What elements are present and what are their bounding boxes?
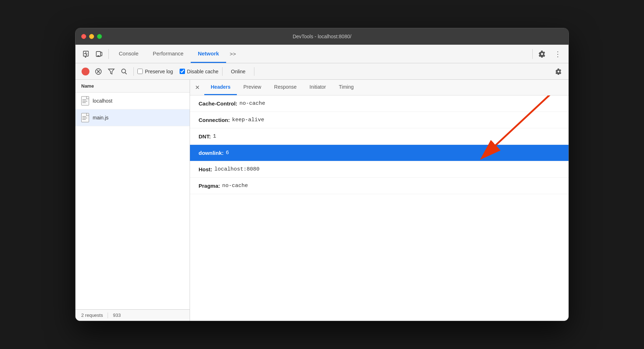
window-title: DevTools - localhost:8080/ [293,34,351,39]
net-divider-3 [254,67,254,76]
file-panel: Name localhost [75,80,190,321]
device-toolbar-button[interactable] [93,48,106,60]
header-key-dnt: DNT: [199,133,211,139]
preserve-log-label[interactable]: Preserve log [137,69,173,74]
file-item-mainjs[interactable]: main.js [75,109,190,126]
toolbar-right: ⋮ [536,48,564,60]
header-value-pragma: no-cache [222,183,248,189]
title-bar: DevTools - localhost:8080/ [75,28,569,45]
svg-rect-6 [101,52,102,56]
close-detail-button[interactable]: ✕ [191,82,203,93]
svg-marker-11 [108,69,114,74]
file-size: 933 [113,313,121,318]
record-button[interactable] [80,66,91,77]
inspect-element-button[interactable] [80,48,93,60]
more-options-button[interactable]: ⋮ [551,48,564,60]
header-row-dnt: DNT: 1 [190,128,569,145]
toolbar-divider-1 [108,49,109,59]
top-toolbar: Console Performance Network >> ⋮ [75,45,569,63]
tab-list: Console Performance Network >> [112,45,530,63]
tab-network[interactable]: Network [191,45,226,63]
header-key-cache-control: Cache-Control: [199,100,237,107]
file-status-bar: 2 requests │ 933 [75,309,190,321]
file-name-localhost: localhost [93,98,112,104]
header-row-pragma: Pragma: no-cache [190,178,569,194]
disable-cache-text: Disable cache [187,69,219,74]
content-area: Name localhost [75,80,569,321]
net-divider-1 [133,67,134,76]
tab-console[interactable]: Console [112,45,146,63]
svg-point-12 [122,69,126,73]
tab-preview[interactable]: Preview [237,80,268,95]
search-button[interactable] [118,66,130,77]
header-value-connection: keep-alive [232,117,264,123]
traffic-lights [81,34,102,39]
detail-panel: ✕ Headers Preview Response Initiator Tim… [190,80,569,321]
filter-button[interactable] [106,66,117,77]
header-key-pragma: Pragma: [199,183,220,189]
close-button[interactable] [81,34,86,39]
header-key-connection: Connection: [199,117,230,123]
headers-content[interactable]: Cache-Control: no-cache Connection: keep… [190,95,569,321]
header-value-cache-control: no-cache [239,100,265,107]
file-icon-localhost [81,96,89,105]
more-tabs-button[interactable]: >> [226,45,240,63]
header-key-downlink: downlink: [199,150,224,156]
svg-line-13 [125,73,127,74]
tab-performance[interactable]: Performance [146,45,191,63]
file-item-localhost[interactable]: localhost [75,93,190,109]
file-list: localhost main.js [75,93,190,309]
clear-button[interactable] [93,66,104,77]
header-row-host: Host: localhost:8080 [190,161,569,178]
tab-timing[interactable]: Timing [332,80,360,95]
header-key-host: Host: [199,166,212,172]
file-panel-header: Name [75,80,190,93]
online-button[interactable]: Online [226,67,250,76]
header-value-host: localhost:8080 [214,166,259,172]
tab-response[interactable]: Response [268,80,303,95]
record-indicator [82,68,89,75]
settings-button[interactable] [536,48,548,60]
net-divider-2 [222,67,223,76]
devtools-window: DevTools - localhost:8080/ [75,28,569,321]
file-icon-mainjs [81,113,89,122]
network-toolbar: Preserve log Disable cache Online [75,63,569,80]
preserve-log-checkbox[interactable] [137,69,143,74]
tab-initiator[interactable]: Initiator [303,80,332,95]
devtools-body: Console Performance Network >> ⋮ [75,45,569,321]
header-value-downlink: 6 [226,150,229,156]
header-row-connection: Connection: keep-alive [190,112,569,128]
tab-headers[interactable]: Headers [204,80,237,95]
toolbar-divider-2 [532,49,533,59]
preserve-log-text: Preserve log [145,69,173,74]
detail-tabs: ✕ Headers Preview Response Initiator Tim… [190,80,569,95]
header-value-dnt: 1 [213,133,216,139]
file-name-mainjs: main.js [93,115,108,121]
network-settings-button[interactable] [553,66,564,77]
request-count: 2 requests [81,313,103,318]
disable-cache-checkbox[interactable] [180,69,185,74]
header-row-cache-control: Cache-Control: no-cache [190,95,569,112]
header-row-downlink: downlink: 6 [190,145,569,161]
disable-cache-label[interactable]: Disable cache [180,69,219,74]
maximize-button[interactable] [97,34,102,39]
minimize-button[interactable] [89,34,94,39]
